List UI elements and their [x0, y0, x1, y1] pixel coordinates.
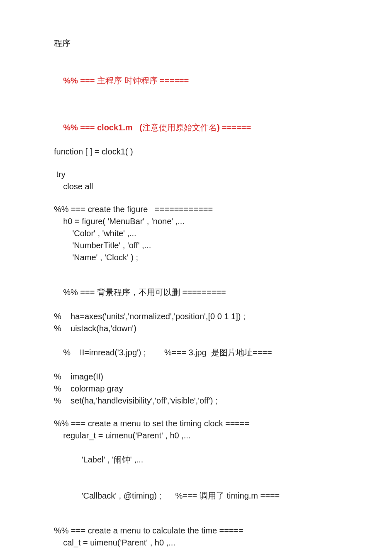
heading-text: 主程序 时钟程序 [97, 76, 158, 85]
code-line: 'Label' , '计时' ,... [54, 549, 342, 555]
page-title: 程序 [54, 37, 342, 49]
code-line: % II=imread('3.jpg') ; %=== 3.jpg 是图片地址=… [54, 335, 342, 371]
code-text-cn: 是图片地址 [211, 348, 253, 357]
code-line: cal_t = uimenu('Parent' , h0 ,... [54, 537, 342, 549]
code-line: 'Color' , 'white' ,... [54, 227, 342, 240]
code-text: ==== [253, 348, 272, 357]
code-line: function [ ] = clock1( ) [54, 146, 342, 158]
heading-main-program: %% === 主程序 时钟程序 ====== [54, 63, 342, 99]
code-line: close all [54, 181, 342, 193]
code-line: regular_t = uimenu('Parent' , h0 ,... [54, 430, 342, 442]
section-calc-menu: %% === create a menu to calculate the ti… [54, 525, 342, 537]
heading-text: 注意使用原始文件名 [142, 123, 217, 132]
section-background: %% === 背景程序，不用可以删 ========= [54, 274, 342, 311]
code-line: 'Callback' , @timing) ; %=== 调用了 timing.… [54, 478, 342, 514]
code-text-cn: 调用了 [200, 491, 224, 500]
code-text: ' ,... [130, 455, 144, 464]
code-text-cn: 背景程序，不用可以删 [97, 288, 180, 297]
code-line: try [54, 169, 342, 181]
section-create-figure: %% === create the figure ============ [54, 203, 342, 215]
code-line: 'Name' , 'Clock' ) ; [54, 252, 342, 264]
code-text: % II=imread('3.jpg') ; %=== 3.jpg [63, 348, 207, 357]
heading-suffix: ====== [160, 76, 189, 85]
code-line: % uistack(ha,'down') [54, 323, 342, 335]
code-line: % image(II) [54, 371, 342, 383]
code-text: %% === [63, 288, 95, 297]
heading-prefix: %% === [63, 76, 95, 85]
code-text: 'Label' , ' [63, 455, 114, 464]
code-text-cn: 闹钟 [114, 455, 130, 464]
heading-suffix: ) ====== [217, 123, 251, 132]
code-line: h0 = figure( 'MenuBar' , 'none' ,... [54, 215, 342, 227]
code-text: timing.m ==== [224, 491, 280, 500]
document-page: 程序 %% === 主程序 时钟程序 ====== %% === clock1.… [54, 37, 342, 555]
code-text: 'Callback' , @timing) ; %=== [63, 491, 197, 500]
code-text: ========= [183, 288, 226, 297]
code-line: % colormap gray [54, 383, 342, 395]
code-line: % ha=axes('units','normalized','position… [54, 311, 342, 323]
heading-clock1: %% === clock1.m (注意使用原始文件名) ====== [54, 110, 342, 146]
code-line: 'NumberTitle' , 'off' ,... [54, 240, 342, 252]
heading-prefix: %% === clock1.m ( [63, 123, 142, 132]
section-timing-menu: %% === create a menu to set the timing c… [54, 418, 342, 430]
code-line: 'Label' , '闹钟' ,... [54, 442, 342, 478]
code-line: % set(ha,'handlevisibility','off','visib… [54, 395, 342, 407]
